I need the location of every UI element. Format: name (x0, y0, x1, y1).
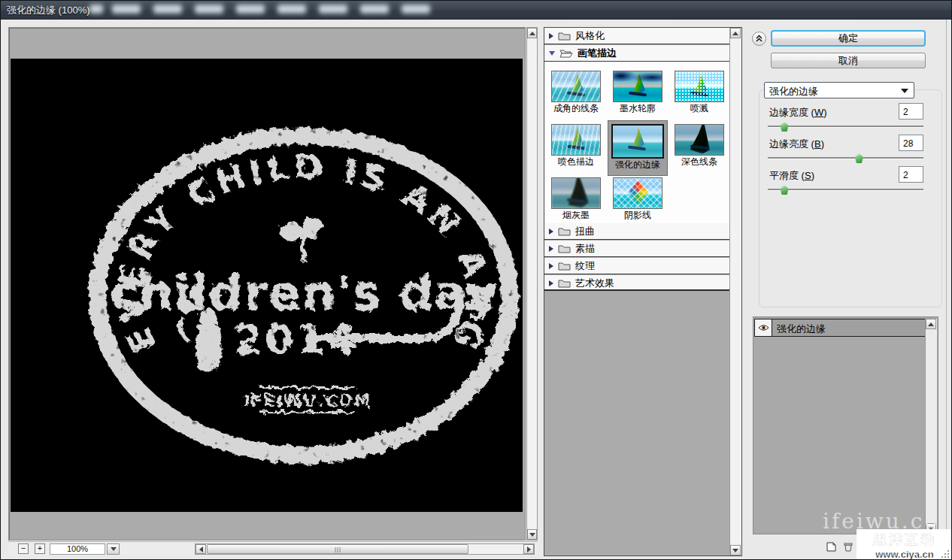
zoom-level-dropdown-button[interactable] (107, 543, 120, 555)
blurred-menu-item (277, 5, 306, 14)
filter-thumbnail-grid: 成角的线条 墨水轮廓 喷溅 喷色描边 强化的边缘 (544, 62, 730, 223)
category-brush-strokes[interactable]: 画笔描边 (544, 45, 730, 62)
chevron-double-up-icon (755, 35, 763, 43)
blurred-menu-item (319, 5, 347, 14)
category-texture[interactable]: 纹理 (544, 258, 730, 274)
scroll-down-button[interactable] (730, 545, 741, 555)
effect-layer-row[interactable]: 强化的边缘 (754, 319, 926, 337)
cancel-button[interactable]: 取消 (771, 53, 926, 68)
filter-panel-scrollbar[interactable] (729, 28, 741, 555)
edge-width-value[interactable]: 2 (899, 103, 923, 120)
svg-text:IFEIWU.COM: IFEIWU.COM (244, 391, 372, 410)
scroll-left-button[interactable] (196, 544, 206, 554)
arrow-up-icon (732, 32, 738, 35)
title-bar[interactable]: 强化的边缘 (100%) (1, 1, 952, 20)
chevron-right-icon (549, 229, 553, 235)
ok-button[interactable]: 确定 (771, 30, 926, 47)
delete-effect-layer-button[interactable] (844, 542, 853, 552)
category-distort[interactable]: 扭曲 (544, 223, 730, 240)
edge-brightness-value[interactable]: 28 (899, 135, 923, 151)
stamp-artwork: EVERY CHILD IS AN ANGEL children's day 2… (11, 59, 523, 512)
chevron-right-icon (549, 280, 553, 286)
eye-icon (758, 324, 769, 331)
blurred-menu-item (89, 5, 103, 14)
arrow-up-icon (529, 32, 535, 35)
category-stylize[interactable]: 风格化 (544, 28, 730, 44)
filter-sumi-e[interactable]: 烟灰墨 (547, 177, 605, 220)
chevron-right-icon (549, 263, 553, 269)
ciya-watermark: 思洋互动 www.ciya.cn (856, 529, 952, 560)
scroll-right-button[interactable] (523, 544, 534, 554)
edge-width-label: 边缘宽度 (W) (769, 106, 827, 120)
filter-accented-edges[interactable]: 强化的边缘 (608, 121, 667, 175)
category-sketch[interactable]: 素描 (544, 241, 730, 257)
new-effect-layer-button[interactable] (826, 542, 836, 552)
edge-width-slider[interactable] (768, 126, 923, 127)
folder-icon (558, 31, 571, 41)
zoom-in-button[interactable]: + (35, 543, 45, 554)
filter-settings-group (759, 89, 942, 307)
filter-sprayed-strokes[interactable]: 喷色描边 (547, 124, 605, 167)
arrow-down-icon (732, 549, 738, 552)
edge-brightness-label: 边缘亮度 (B) (769, 138, 824, 151)
dialog-title: 强化的边缘 (100%) (7, 4, 90, 17)
smoothness-slider[interactable] (768, 189, 923, 190)
chevron-right-icon (549, 33, 553, 39)
visibility-toggle[interactable] (755, 319, 772, 336)
folder-icon (558, 244, 571, 253)
preview-image: EVERY CHILD IS AN ANGEL children's day 2… (11, 59, 523, 512)
arrow-up-icon (928, 322, 934, 326)
effect-layer-label: 强化的边缘 (772, 319, 826, 336)
scroll-down-button[interactable] (527, 529, 537, 540)
zoom-out-button[interactable]: − (18, 543, 29, 554)
filter-dark-strokes[interactable]: 深色线条 (670, 124, 729, 167)
filter-angled-strokes[interactable]: 成角的线条 (547, 71, 605, 114)
blurred-menu-item (360, 5, 389, 14)
preview-bottom-bar: − + 100% (8, 541, 538, 555)
blurred-menu-item (112, 5, 141, 14)
preview-vertical-scrollbar[interactable] (526, 27, 538, 540)
chevron-down-icon (549, 51, 555, 56)
arrow-down-icon (529, 533, 535, 537)
collapse-panel-button[interactable] (752, 32, 766, 46)
edge-brightness-slider[interactable] (768, 157, 923, 159)
blurred-menu-item (153, 5, 182, 14)
arrow-right-icon (527, 546, 531, 552)
arrow-left-icon (199, 546, 203, 552)
folder-icon (558, 261, 571, 271)
zoom-level-value[interactable]: 100% (50, 543, 105, 555)
effect-layers-panel: 强化的边缘 (753, 316, 938, 534)
filter-category-panel: 风格化 画笔描边 成角的线条 墨水轮廓 喷溅 (544, 27, 742, 556)
scrollbar-thumb[interactable] (207, 544, 468, 554)
filter-ink-outlines[interactable]: 墨水轮廓 (608, 71, 667, 114)
open-folder-icon (559, 48, 573, 58)
scroll-up-button[interactable] (926, 319, 936, 329)
window-frame-edge (946, 20, 952, 560)
svg-text:children's day: children's day (110, 265, 498, 321)
blurred-menu-item (236, 5, 265, 14)
preview-horizontal-scrollbar[interactable] (195, 543, 535, 555)
folder-icon (558, 226, 571, 236)
filter-spatter[interactable]: 喷溅 (670, 71, 729, 114)
grip-icon (335, 547, 341, 552)
folder-icon (558, 278, 571, 288)
smoothness-value[interactable]: 2 (899, 166, 923, 183)
filter-crosshatch[interactable]: 阴影线 (608, 177, 667, 220)
chevron-down-icon (111, 547, 117, 551)
filter-select-dropdown[interactable]: 强化的边缘 (764, 82, 914, 98)
blurred-menu-item (402, 5, 430, 14)
scroll-up-button[interactable] (730, 28, 741, 38)
chevron-right-icon (549, 246, 553, 252)
preview-viewport[interactable]: EVERY CHILD IS AN ANGEL children's day 2… (8, 27, 526, 540)
effect-list-scrollbar[interactable] (925, 319, 937, 534)
scroll-up-button[interactable] (527, 28, 537, 38)
filter-gallery-dialog: 强化的边缘 (100%) (0, 0, 952, 560)
blurred-menu-item (195, 5, 223, 14)
chevron-down-icon (901, 89, 908, 93)
smoothness-label: 平滑度 (S) (769, 169, 814, 183)
